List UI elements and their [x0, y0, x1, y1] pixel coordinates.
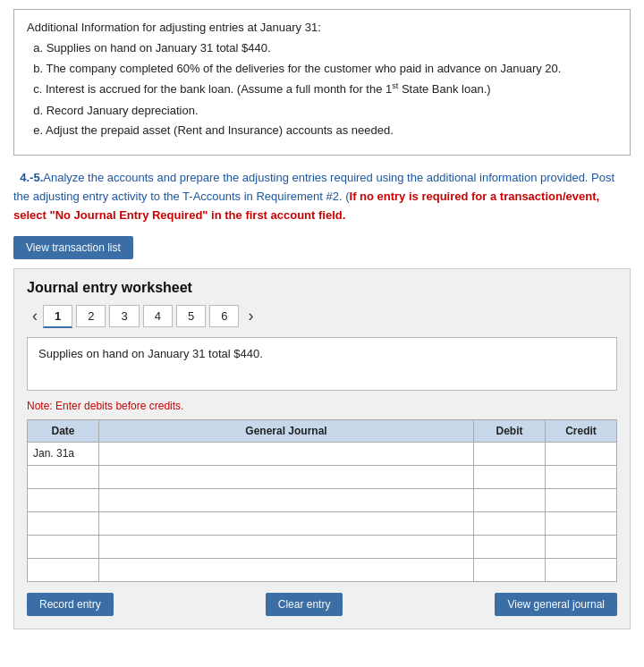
view-transaction-button[interactable]: View transaction list [13, 236, 133, 259]
tab-6[interactable]: 6 [209, 305, 239, 327]
journal-input-6[interactable] [99, 559, 473, 581]
debit-cell-1[interactable] [474, 442, 546, 465]
info-item-d: d. Record January depreciation. [27, 102, 617, 121]
credit-cell-6[interactable] [546, 558, 617, 581]
credit-cell-4[interactable] [546, 511, 617, 535]
credit-cell-1[interactable] [546, 442, 617, 465]
debit-input-4[interactable] [474, 512, 545, 535]
credit-cell-2[interactable] [546, 465, 617, 488]
credit-input-5[interactable] [546, 536, 616, 558]
journal-entry-worksheet: Journal entry worksheet ‹ 1 2 3 4 5 6 › … [13, 268, 631, 629]
credit-input-2[interactable] [546, 466, 616, 488]
journal-cell-2[interactable] [99, 465, 474, 488]
tab-2[interactable]: 2 [76, 305, 106, 327]
journal-cell-4[interactable] [99, 511, 474, 535]
bottom-buttons: Record entry Clear entry View general jo… [27, 593, 617, 616]
debit-input-1[interactable] [474, 443, 545, 465]
info-item-c: c. Interest is accrued for the bank loan… [27, 80, 617, 99]
journal-input-2[interactable] [99, 466, 473, 488]
debit-credit-note: Note: Enter debits before credits. [27, 400, 617, 412]
debit-cell-3[interactable] [474, 488, 546, 511]
table-row [28, 535, 617, 558]
date-cell-2 [28, 465, 99, 488]
date-cell-4 [28, 511, 99, 535]
debit-input-3[interactable] [474, 489, 545, 511]
credit-input-1[interactable] [546, 443, 616, 465]
info-item-e: e. Adjust the prepaid asset (Rent and In… [27, 122, 617, 140]
tab-1[interactable]: 1 [43, 305, 72, 328]
table-row [28, 511, 617, 535]
debit-cell-2[interactable] [474, 465, 546, 488]
info-item-b: b. The company completed 60% of the deli… [27, 60, 617, 79]
table-row [28, 488, 617, 511]
journal-cell-1[interactable] [99, 442, 474, 465]
col-header-credit: Credit [546, 419, 617, 442]
journal-input-1[interactable] [99, 443, 473, 465]
view-general-journal-button[interactable]: View general journal [495, 593, 617, 616]
date-cell-5 [28, 535, 99, 558]
journal-input-4[interactable] [99, 512, 473, 535]
tab-navigation: ‹ 1 2 3 4 5 6 › [27, 305, 617, 328]
worksheet-title: Journal entry worksheet [27, 280, 617, 296]
entry-description: Supplies on hand on January 31 total $44… [27, 337, 617, 391]
credit-input-4[interactable] [546, 512, 616, 535]
journal-input-5[interactable] [99, 536, 473, 558]
debit-cell-6[interactable] [474, 558, 546, 581]
table-row [28, 558, 617, 581]
additional-info-header: Additional Information for adjusting ent… [27, 19, 617, 38]
debit-cell-5[interactable] [474, 535, 546, 558]
table-row [28, 465, 617, 488]
section-description: 4.-5.Analyze the accounts and prepare th… [13, 169, 631, 224]
journal-cell-6[interactable] [99, 558, 474, 581]
col-header-general-journal: General Journal [99, 419, 474, 442]
tab-4[interactable]: 4 [143, 305, 173, 327]
clear-entry-button[interactable]: Clear entry [266, 593, 343, 616]
credit-cell-5[interactable] [546, 535, 617, 558]
credit-input-6[interactable] [546, 559, 616, 581]
journal-input-3[interactable] [99, 489, 473, 511]
tab-3[interactable]: 3 [109, 305, 139, 327]
journal-cell-5[interactable] [99, 535, 474, 558]
date-cell-3 [28, 488, 99, 511]
journal-cell-3[interactable] [99, 488, 474, 511]
debit-input-5[interactable] [474, 536, 545, 558]
col-header-date: Date [28, 419, 99, 442]
debit-cell-4[interactable] [474, 511, 546, 535]
credit-input-3[interactable] [546, 489, 616, 511]
info-item-a: a. Supplies on hand on January 31 total … [27, 39, 617, 58]
col-header-debit: Debit [474, 419, 546, 442]
debit-input-2[interactable] [474, 466, 545, 488]
debit-input-6[interactable] [474, 559, 545, 581]
date-cell-1: Jan. 31a [28, 442, 99, 465]
record-entry-button[interactable]: Record entry [27, 593, 114, 616]
prev-tab-button[interactable]: ‹ [27, 305, 43, 327]
date-cell-6 [28, 558, 99, 581]
view-transaction-btn-wrap: View transaction list [13, 236, 631, 259]
credit-cell-3[interactable] [546, 488, 617, 511]
tab-5[interactable]: 5 [176, 305, 206, 327]
additional-info-box: Additional Information for adjusting ent… [13, 9, 631, 156]
next-tab-button[interactable]: › [242, 305, 258, 327]
journal-table: Date General Journal Debit Credit Jan. 3… [27, 419, 617, 582]
table-row: Jan. 31a [28, 442, 617, 465]
